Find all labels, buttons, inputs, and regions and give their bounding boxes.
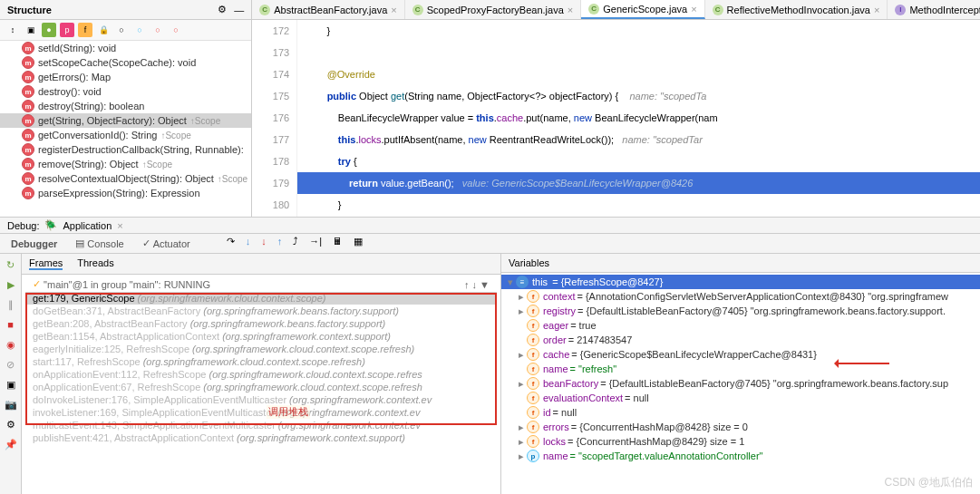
step-out-icon[interactable]: ↑ bbox=[277, 236, 283, 251]
close-icon[interactable]: × bbox=[117, 220, 122, 231]
stack-frame[interactable]: doInvokeListener:176, SimpleApplicationE… bbox=[25, 393, 497, 406]
editor-tab[interactable]: CReflectiveMethodInvocation.java× bbox=[705, 0, 888, 19]
variable-row[interactable]: feager = true bbox=[501, 318, 980, 333]
field-filter-icon[interactable]: f bbox=[78, 23, 92, 37]
filter-icon[interactable]: ▣ bbox=[24, 23, 38, 37]
stack-frame[interactable]: getBean:1154, AbstractApplicationContext… bbox=[25, 330, 497, 343]
code-area[interactable]: 172173174●↑175176177178🐞179180181 } @Ove… bbox=[252, 20, 980, 217]
variable-row[interactable]: ▸fcontext = {AnnotationConfigServletWebS… bbox=[501, 289, 980, 304]
expand-icon[interactable]: ▸ bbox=[516, 450, 527, 462]
interface-filter-icon[interactable]: ○ bbox=[132, 23, 147, 37]
drop-frame-icon[interactable]: ⤴ bbox=[293, 236, 298, 251]
file-type-icon: C bbox=[259, 5, 270, 15]
impl-filter-icon[interactable]: ○ bbox=[169, 23, 183, 37]
variable-row[interactable]: ▸ferrors = {ConcurrentHashMap@8428} size… bbox=[501, 420, 980, 434]
stack-frame[interactable]: get:179, GenericScope (org.springframewo… bbox=[25, 292, 497, 305]
camera-icon[interactable]: 📷 bbox=[4, 397, 18, 412]
stack-frame[interactable]: getBean:208, AbstractBeanFactory (org.sp… bbox=[25, 317, 497, 330]
stack-frame[interactable]: eagerlyInitialize:125, RefreshScope (org… bbox=[25, 343, 497, 355]
pin-icon[interactable]: 📌 bbox=[4, 437, 18, 451]
rerun-icon[interactable]: ↻ bbox=[4, 257, 18, 272]
editor-tab[interactable]: CGenericScope.java× bbox=[581, 0, 704, 19]
method-filter-icon[interactable]: ○ bbox=[114, 23, 129, 37]
method-item[interactable]: mget(String, ObjectFactory): Object↑Scop… bbox=[0, 113, 251, 128]
settings-icon[interactable]: ⚙ bbox=[4, 417, 18, 431]
expand-icon[interactable]: ▸ bbox=[516, 378, 527, 390]
trace-icon[interactable]: ▦ bbox=[354, 236, 363, 251]
stack-frame[interactable]: onApplicationEvent:112, RefreshScope (or… bbox=[25, 368, 497, 381]
threads-tab[interactable]: Threads bbox=[77, 257, 113, 270]
layout-icon[interactable]: ▣ bbox=[4, 377, 18, 392]
expand-icon[interactable]: ▸ bbox=[516, 305, 527, 317]
stack-frame[interactable]: publishEvent:421, AbstractApplicationCon… bbox=[25, 431, 497, 444]
stack-frame[interactable]: multicastEvent:143, SimpleApplicationEve… bbox=[25, 419, 497, 431]
collapse-icon[interactable]: ▾ bbox=[505, 276, 516, 288]
resume-icon[interactable]: ▶ bbox=[4, 277, 18, 292]
method-item[interactable]: msetScopeCache(ScopeCache): void bbox=[0, 55, 251, 70]
method-item[interactable]: mgetErrors(): Map bbox=[0, 70, 251, 84]
prev-frame-icon[interactable]: ↑ bbox=[464, 279, 470, 290]
method-item[interactable]: mremove(String): Object↑Scope bbox=[0, 157, 251, 171]
method-item[interactable]: mregisterDestructionCallback(String, Run… bbox=[0, 142, 251, 157]
override-filter-icon[interactable]: ○ bbox=[150, 23, 165, 37]
close-tab-icon[interactable]: × bbox=[874, 5, 879, 15]
sort-icon[interactable]: ↕ bbox=[5, 23, 20, 37]
close-tab-icon[interactable]: × bbox=[568, 5, 573, 15]
editor-tab[interactable]: CAbstractBeanFactory.java× bbox=[252, 0, 405, 19]
method-item[interactable]: mdestroy(String): boolean bbox=[0, 99, 251, 113]
evaluate-icon[interactable]: 🖩 bbox=[333, 236, 343, 251]
stack-frame[interactable]: doGetBean:371, AbstractBeanFactory (org.… bbox=[25, 305, 497, 317]
method-item[interactable]: mresolveContextualObject(String): Object… bbox=[0, 171, 251, 186]
frames-tab[interactable]: Frames bbox=[29, 257, 63, 270]
pause-icon[interactable]: ∥ bbox=[4, 297, 18, 312]
tab-debugger[interactable]: Debugger bbox=[7, 236, 61, 251]
expand-icon[interactable]: ▸ bbox=[516, 436, 527, 448]
minimize-icon[interactable]: — bbox=[234, 5, 244, 15]
step-over-icon[interactable]: ↷ bbox=[227, 236, 235, 251]
stop-icon[interactable]: ■ bbox=[4, 317, 18, 332]
editor-tab[interactable]: IMethodInterceptor× bbox=[888, 0, 980, 19]
variable-row[interactable]: fid = null bbox=[501, 405, 980, 420]
expand-icon[interactable]: ▸ bbox=[516, 291, 527, 303]
expand-icon[interactable]: ▸ bbox=[516, 349, 527, 361]
property-filter-icon[interactable]: p bbox=[60, 23, 74, 37]
variable-row[interactable]: ▸fregistry = {DefaultListableBeanFactory… bbox=[501, 304, 980, 318]
variable-row[interactable]: ▸flocks = {ConcurrentHashMap@8429} size … bbox=[501, 434, 980, 449]
tab-console[interactable]: ▤ Console bbox=[72, 236, 127, 251]
run-to-cursor-icon[interactable]: →| bbox=[309, 236, 322, 251]
method-item[interactable]: mdestroy(): void bbox=[0, 84, 251, 99]
variable-row[interactable]: fname = "refresh" bbox=[501, 362, 980, 376]
filter-frames-icon[interactable]: ▼ bbox=[480, 279, 490, 290]
class-filter-icon[interactable]: ● bbox=[42, 23, 56, 37]
var-root[interactable]: ▾ ≡ this = {RefreshScope@8427} bbox=[501, 275, 980, 289]
editor-tab[interactable]: CScopedProxyFactoryBean.java× bbox=[405, 0, 581, 19]
stack-frame[interactable]: onApplicationEvent:67, RefreshScope (org… bbox=[25, 381, 497, 393]
stack-frame[interactable]: start:117, RefreshScope (org.springframe… bbox=[25, 355, 497, 368]
file-type-icon: C bbox=[713, 5, 723, 15]
lock-filter-icon[interactable]: 🔒 bbox=[96, 23, 111, 37]
variable-row[interactable]: ▸pname = "scopedTarget.valueAnnotationCo… bbox=[501, 449, 980, 463]
variable-row[interactable]: ▸fbeanFactory = {DefaultListableBeanFact… bbox=[501, 376, 980, 391]
breakpoints-icon[interactable]: ◉ bbox=[4, 337, 18, 352]
variable-row[interactable]: fevaluationContext = null bbox=[501, 391, 980, 405]
variable-row[interactable]: ▸fcache = {GenericScope$BeanLifecycleWra… bbox=[501, 347, 980, 362]
frames-panel: Frames Threads ✓ "main"@1 in group "main… bbox=[22, 254, 501, 494]
force-step-into-icon[interactable]: ↓ bbox=[261, 236, 267, 251]
close-tab-icon[interactable]: × bbox=[691, 4, 696, 15]
mute-breakpoints-icon[interactable]: ⊘ bbox=[4, 357, 18, 372]
method-item[interactable]: mparseExpression(String): Expression bbox=[0, 186, 251, 200]
method-icon: m bbox=[22, 85, 34, 98]
variable-row[interactable]: forder = 2147483547 bbox=[501, 333, 980, 347]
method-icon: m bbox=[22, 129, 34, 141]
thread-selector[interactable]: ✓ "main"@1 in group "main": RUNNING ↑ ↓ … bbox=[25, 276, 497, 292]
method-item[interactable]: msetId(String): void bbox=[0, 41, 251, 55]
var-type-icon: f bbox=[527, 290, 539, 303]
tab-actuator[interactable]: ✓ Actuator bbox=[139, 236, 194, 251]
stack-frame[interactable]: invokeListener:169, SimpleApplicationEve… bbox=[25, 406, 497, 419]
gear-icon[interactable]: ⚙ bbox=[218, 4, 227, 15]
step-into-icon[interactable]: ↓ bbox=[246, 236, 251, 251]
next-frame-icon[interactable]: ↓ bbox=[472, 279, 478, 290]
close-tab-icon[interactable]: × bbox=[391, 5, 396, 15]
expand-icon[interactable]: ▸ bbox=[516, 421, 527, 433]
method-item[interactable]: mgetConversationId(): String↑Scope bbox=[0, 128, 251, 142]
